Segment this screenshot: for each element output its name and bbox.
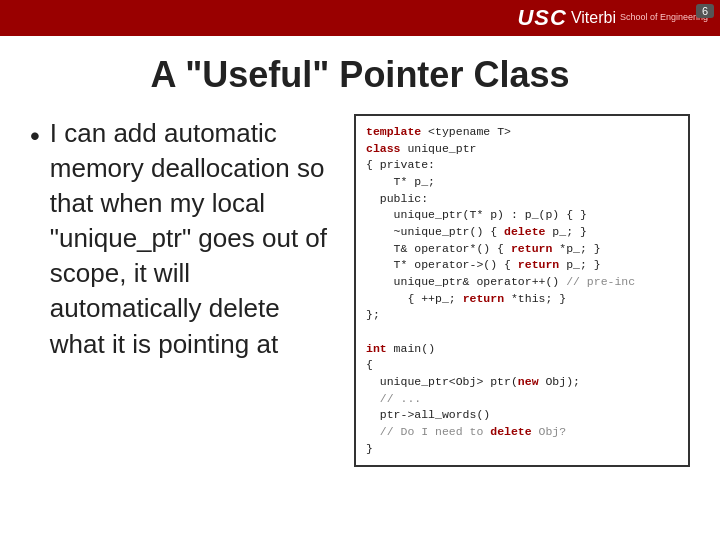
bullet-dot: • [30,118,40,154]
bullet-item: • I can add automatic memory deallocatio… [30,116,330,362]
usc-logo: USC Viterbi School of Engineering [517,5,708,31]
bullet-text: I can add automatic memory deallocation … [50,116,330,362]
content-area: • I can add automatic memory deallocatio… [0,110,720,477]
top-bar: USC Viterbi School of Engineering 6 [0,0,720,36]
slide-number: 6 [696,4,714,18]
viterbi-text: Viterbi [571,9,616,27]
school-text: School of Engineering [620,13,708,23]
code-box: template <typename T> class unique_ptr {… [354,114,690,467]
usc-text: USC [517,5,566,31]
slide-title: A "Useful" Pointer Class [0,36,720,110]
bullet-section: • I can add automatic memory deallocatio… [30,110,330,362]
